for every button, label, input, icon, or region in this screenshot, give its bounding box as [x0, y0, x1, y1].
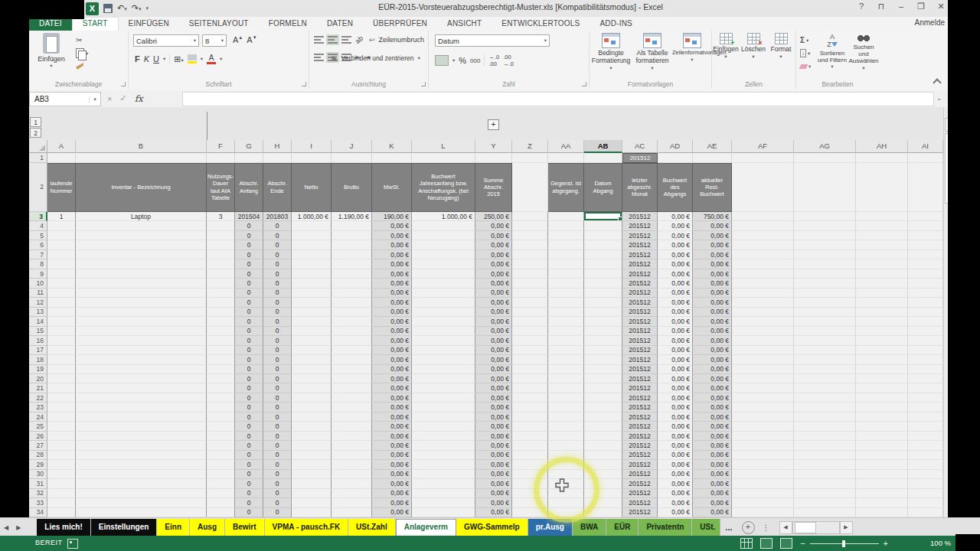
cell[interactable]	[856, 498, 908, 507]
cell[interactable]	[512, 240, 548, 249]
cell[interactable]	[732, 240, 794, 249]
cell[interactable]: 201512	[622, 441, 658, 450]
cell[interactable]	[332, 298, 372, 307]
cell[interactable]	[332, 412, 372, 422]
cell[interactable]: 0,00 €	[693, 470, 732, 479]
cell[interactable]: 0,00 €	[693, 221, 732, 230]
cell[interactable]: 0,00 €	[693, 479, 732, 488]
insert-function-icon[interactable]: fx	[135, 93, 143, 104]
cell[interactable]: 0,00 €	[693, 451, 732, 460]
cell[interactable]: 0,00 €	[475, 336, 512, 345]
cell[interactable]	[412, 231, 475, 240]
help-button[interactable]: ?	[856, 2, 867, 11]
cell[interactable]: 0	[263, 479, 292, 488]
cell[interactable]	[856, 374, 908, 383]
cell[interactable]	[47, 336, 76, 345]
cell[interactable]: 0	[235, 383, 263, 393]
cell[interactable]	[548, 412, 584, 422]
cell[interactable]	[412, 327, 475, 336]
cell[interactable]	[207, 259, 235, 269]
cell[interactable]	[332, 489, 372, 498]
cell[interactable]: 201512	[622, 383, 658, 393]
cell[interactable]: Inventar - Bezeichnung	[76, 163, 207, 213]
cell[interactable]	[332, 508, 372, 517]
macro-record-icon[interactable]	[67, 539, 78, 549]
cell[interactable]: 0,00 €	[372, 383, 412, 393]
cell[interactable]: 0,00 €	[693, 279, 732, 288]
row-header-25[interactable]: 25	[29, 422, 47, 431]
cell[interactable]	[732, 346, 794, 355]
column-header-AA[interactable]: AA	[548, 140, 584, 153]
cell[interactable]: 0	[235, 498, 263, 507]
cell[interactable]: 0	[235, 489, 263, 498]
cell[interactable]: 201512	[622, 365, 658, 374]
cell[interactable]	[856, 403, 908, 412]
cell[interactable]	[732, 327, 794, 336]
cell[interactable]	[548, 365, 584, 374]
row-header-32[interactable]: 32	[29, 489, 47, 498]
cell[interactable]: 201512	[622, 231, 658, 240]
sheet-tab-bewirt[interactable]: Bewirt	[225, 519, 265, 536]
cell[interactable]	[794, 163, 856, 213]
cell[interactable]	[76, 355, 207, 364]
format-painter-button[interactable]	[74, 60, 90, 73]
cell[interactable]: 0	[235, 365, 263, 374]
cell[interactable]: 0,00 €	[372, 393, 412, 403]
cell[interactable]	[794, 393, 856, 403]
close-button[interactable]: ✕	[936, 2, 946, 11]
cell[interactable]: 0,00 €	[693, 489, 732, 498]
cell[interactable]: 0,00 €	[658, 259, 693, 269]
cell[interactable]	[548, 269, 584, 279]
cell[interactable]	[908, 441, 943, 450]
cell[interactable]: 0	[263, 460, 292, 469]
cell[interactable]	[794, 231, 856, 240]
cell[interactable]: 0,00 €	[475, 393, 512, 403]
cell[interactable]	[76, 460, 207, 469]
cell[interactable]	[512, 308, 548, 317]
cell[interactable]	[794, 412, 856, 422]
cell[interactable]	[548, 221, 584, 230]
cell[interactable]: 0,00 €	[658, 346, 693, 355]
cell[interactable]	[794, 327, 856, 336]
cell[interactable]	[47, 240, 76, 249]
cell[interactable]	[732, 432, 794, 441]
cell[interactable]	[584, 212, 622, 221]
cell[interactable]	[207, 308, 235, 317]
cell[interactable]: 0,00 €	[372, 498, 412, 507]
scroll-left-icon[interactable]: ◀	[779, 521, 792, 534]
cell[interactable]	[732, 279, 794, 288]
cell[interactable]: 0,00 €	[372, 403, 412, 412]
cell[interactable]: 0	[263, 403, 292, 412]
row-header-13[interactable]: 13	[29, 308, 47, 317]
cell[interactable]	[292, 422, 332, 431]
cell[interactable]: Brutto	[332, 163, 372, 213]
cell[interactable]	[908, 403, 943, 412]
cell[interactable]	[908, 289, 943, 298]
cell[interactable]	[584, 240, 622, 249]
horizontal-scrollbar[interactable]: ◀ ▶	[779, 521, 853, 533]
cell[interactable]	[332, 153, 372, 163]
cell[interactable]	[207, 298, 235, 307]
cell[interactable]	[856, 412, 908, 422]
cell[interactable]	[76, 441, 207, 450]
cell[interactable]	[292, 508, 332, 517]
cell[interactable]	[512, 259, 548, 269]
cell[interactable]	[794, 298, 856, 307]
cell[interactable]: 0	[263, 298, 292, 307]
cell[interactable]: 0	[235, 422, 263, 431]
row-header-14[interactable]: 14	[29, 317, 47, 326]
row-header-18[interactable]: 18	[29, 355, 47, 364]
cell[interactable]: 0	[235, 259, 263, 269]
cell[interactable]	[856, 212, 908, 221]
cell[interactable]	[292, 470, 332, 479]
cell[interactable]	[292, 346, 332, 355]
cell[interactable]	[732, 460, 794, 469]
cell[interactable]: 0,00 €	[693, 336, 732, 345]
cell[interactable]: 0,00 €	[372, 250, 412, 259]
cell[interactable]: Netto	[292, 163, 332, 213]
cell[interactable]	[412, 298, 475, 307]
cell[interactable]	[548, 240, 584, 249]
cell[interactable]	[584, 383, 622, 393]
cell[interactable]: 201512	[622, 289, 658, 298]
cell[interactable]	[412, 479, 475, 488]
